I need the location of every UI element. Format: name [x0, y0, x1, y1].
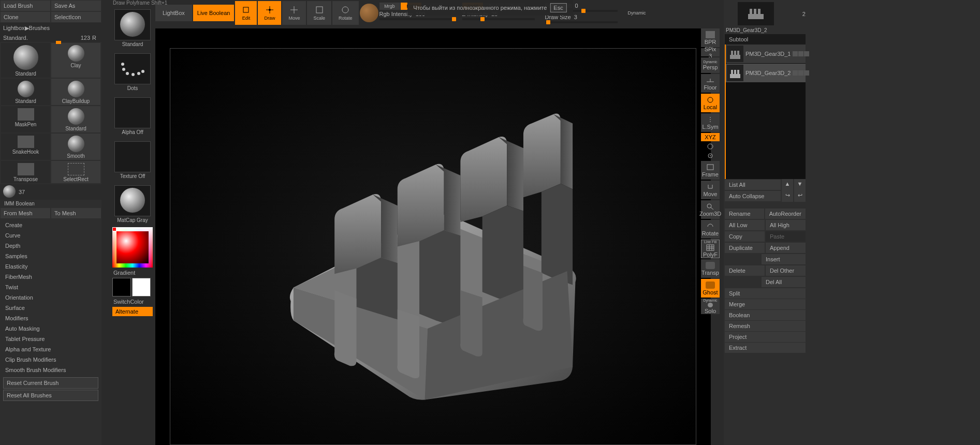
brush-standard-3[interactable]: Standard	[51, 106, 100, 132]
move-view-button[interactable]: Move	[701, 181, 720, 199]
target-button[interactable]	[701, 152, 720, 160]
brush-selectrect[interactable]: SelectRect	[51, 161, 100, 183]
boolean-section[interactable]: Boolean	[725, 310, 806, 320]
nav-up-button[interactable]: ▲	[782, 179, 793, 190]
scale-mode-button[interactable]: Scale	[307, 1, 331, 25]
brush-clay[interactable]: Clay	[51, 43, 100, 78]
menu-alphatexture[interactable]: Alpha and Texture	[0, 344, 101, 354]
insert-button[interactable]: Insert	[762, 254, 806, 264]
solo-dynamic-button[interactable]: DynamicSolo	[701, 299, 720, 314]
alternate-button[interactable]: Alternate	[112, 307, 153, 316]
clone-button[interactable]: Clone	[1, 12, 50, 22]
brush-imm-boolean[interactable]: 37	[0, 184, 101, 200]
current-brush-standard[interactable]: Standard	[111, 7, 154, 50]
paste-button[interactable]: Paste	[766, 231, 806, 242]
project-section[interactable]: Project	[725, 332, 806, 342]
gradient-toggle[interactable]: Gradient	[111, 269, 154, 277]
material-selector[interactable]: MatCap Gray	[111, 183, 154, 226]
merge-section[interactable]: Merge	[725, 299, 806, 309]
subtool-header[interactable]: Subtool	[725, 34, 806, 44]
nav-down-button[interactable]: ▼	[794, 179, 806, 190]
transp-button[interactable]: Transp	[701, 259, 720, 278]
append-button[interactable]: Append	[766, 243, 806, 253]
del-other-button[interactable]: Del Other	[766, 265, 806, 276]
bpr-button[interactable]: BPR	[701, 28, 720, 47]
menu-samples[interactable]: Samples	[0, 251, 101, 261]
switch-color-button[interactable]: SwitchColor	[111, 298, 154, 306]
tool-thumbnail[interactable]	[738, 2, 774, 25]
gizmo-button[interactable]	[360, 4, 378, 22]
subtool-item-1[interactable]: PM3D_Gear3D_1	[726, 44, 806, 63]
frame-button[interactable]: Frame	[701, 161, 720, 180]
lightbox-brushes-link[interactable]: Lightbox▶Brushes	[0, 23, 101, 34]
copy-button[interactable]: Copy	[725, 231, 765, 242]
cycle-button[interactable]	[701, 142, 720, 151]
live-boolean-button[interactable]: Live Boolean	[193, 5, 235, 21]
viewport[interactable]	[155, 28, 711, 445]
menu-orientation[interactable]: Orientation	[0, 292, 101, 303]
from-mesh-button[interactable]: From Mesh	[1, 208, 50, 218]
menu-twist[interactable]: Twist	[0, 282, 101, 292]
menu-tabletpressure[interactable]: Tablet Pressure	[0, 334, 101, 344]
brush-claybuildup[interactable]: ClayBuildup	[51, 79, 100, 105]
dynamic-label[interactable]: Dynamic	[628, 10, 646, 16]
menu-elasticity[interactable]: Elasticity	[0, 261, 101, 272]
rgb-intensity-slider[interactable]	[379, 18, 452, 20]
subtool-mode-icon[interactable]	[798, 70, 803, 76]
duplicate-button[interactable]: Duplicate	[725, 243, 765, 253]
move-mode-button[interactable]: Move	[282, 1, 306, 25]
menu-modifiers[interactable]: Modifiers	[0, 313, 101, 323]
texture-selector[interactable]: Texture Off	[111, 139, 154, 182]
rotate-mode-button[interactable]: Rotate	[332, 1, 359, 25]
alpha-selector[interactable]: Alpha Off	[111, 95, 154, 138]
draw-size-slider[interactable]	[545, 21, 618, 23]
remesh-section[interactable]: Remesh	[725, 321, 806, 331]
edit-mode-button[interactable]: Edit	[235, 1, 257, 25]
delete-button[interactable]: Delete	[725, 265, 765, 276]
brush-standard-2[interactable]: Standard	[1, 79, 50, 105]
lightbox-button[interactable]: LightBox	[155, 5, 192, 21]
auto-collapse-button[interactable]: Auto Collapse	[725, 191, 781, 201]
brush-transpose[interactable]: Transpose	[1, 161, 50, 183]
mrgb-button[interactable]: Mrgb	[379, 3, 400, 10]
subtool-vis-icon[interactable]	[793, 70, 798, 76]
local-button[interactable]: Local	[701, 94, 720, 112]
menu-depth[interactable]: Depth	[0, 241, 101, 251]
menu-create[interactable]: Create	[0, 220, 101, 230]
polyf-button[interactable]: Line FillPolyF	[701, 240, 720, 258]
menu-smoothbrushmod[interactable]: Smooth Brush Modifiers	[0, 365, 101, 375]
floor-button[interactable]: Floor	[701, 74, 720, 93]
reset-all-brushes-button[interactable]: Reset All Brushes	[3, 390, 98, 401]
zoom3d-button[interactable]: Zoom3D	[701, 200, 720, 219]
ghost-button[interactable]: Ghost	[701, 279, 720, 298]
brush-size-slider[interactable]: Standard. 123 R	[0, 34, 101, 42]
swatch-secondary[interactable]	[132, 278, 151, 296]
save-as-button[interactable]: Save As	[51, 1, 101, 11]
subtool-eye-icon[interactable]	[804, 70, 809, 76]
slider-r[interactable]: R	[90, 35, 98, 41]
select-icon-button[interactable]: SelectIcon	[51, 12, 101, 22]
extract-section[interactable]: Extract	[725, 343, 806, 353]
load-brush-button[interactable]: Load Brush	[1, 1, 50, 11]
menu-surface[interactable]: Surface	[0, 303, 101, 313]
del-all-button[interactable]: Del All	[762, 277, 806, 287]
spix-slider[interactable]: SPix 3	[701, 48, 720, 56]
brush-smooth[interactable]: Smooth	[51, 134, 100, 160]
lsym-button[interactable]: L.Sym	[701, 113, 720, 132]
z-intensity-slider[interactable]	[462, 18, 535, 20]
stroke-dots[interactable]: Dots	[111, 51, 154, 94]
canvas[interactable]	[170, 48, 696, 445]
xyz-button[interactable]: XYZ	[701, 133, 720, 141]
subtool-mode-icon[interactable]	[798, 51, 803, 56]
swatch-main[interactable]	[112, 278, 131, 296]
nav-back-button[interactable]: ↩	[794, 190, 806, 202]
subtool-eye-icon[interactable]	[804, 51, 809, 56]
draw-mode-button[interactable]: Draw	[258, 1, 281, 25]
menu-clipbrushmod[interactable]: Clip Brush Modifiers	[0, 354, 101, 365]
brush-standard[interactable]: Standard	[1, 43, 50, 78]
menu-fibermesh[interactable]: FiberMesh	[0, 272, 101, 282]
all-high-button[interactable]: All High	[766, 220, 806, 230]
rotate-view-button[interactable]: Rotate	[701, 220, 720, 239]
autoreorder-button[interactable]: AutoReorder	[765, 209, 806, 219]
nav-forward-button[interactable]: ↪	[782, 190, 793, 202]
